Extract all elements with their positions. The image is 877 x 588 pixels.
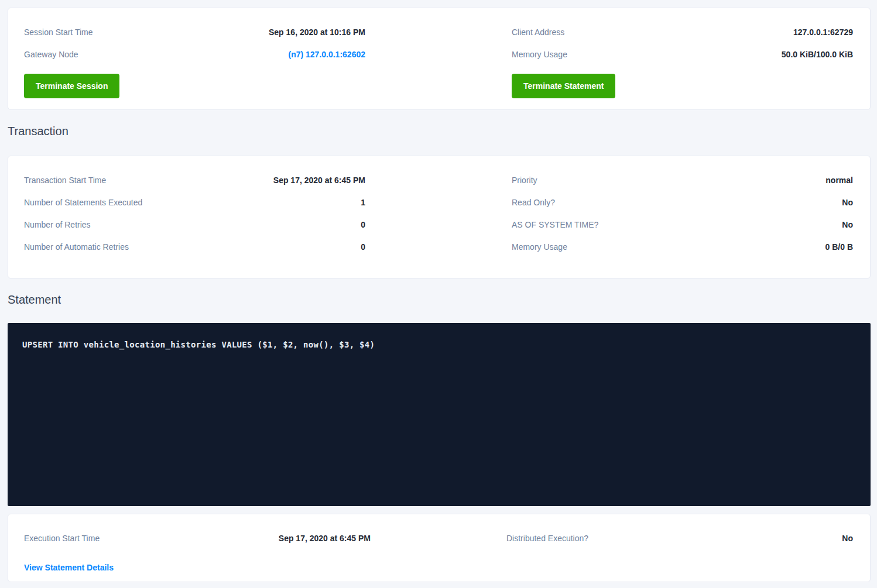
- client-address-label: Client Address: [512, 26, 564, 39]
- session-start-time-value: Sep 16, 2020 at 10:16 PM: [269, 26, 365, 39]
- summary-row: Priority normal: [512, 174, 853, 187]
- session-details-page: Session Start Time Sep 16, 2020 at 10:16…: [0, 0, 877, 582]
- transaction-summary-card: Transaction Start Time Sep 17, 2020 at 6…: [8, 156, 871, 278]
- statements-executed-value: 1: [361, 196, 365, 209]
- transaction-section-heading: Transaction: [8, 124, 871, 138]
- session-start-time-label: Session Start Time: [24, 26, 93, 39]
- terminate-statement-button[interactable]: Terminate Statement: [512, 74, 615, 98]
- distributed-execution-label: Distributed Execution?: [506, 532, 588, 545]
- sql-statement-text: UPSERT INTO vehicle_location_histories V…: [22, 340, 375, 349]
- execution-summary-card: Execution Start Time Sep 17, 2020 at 6:4…: [8, 514, 871, 582]
- retries-label: Number of Retries: [24, 218, 91, 231]
- retries-value: 0: [361, 218, 365, 231]
- transaction-memory-usage-label: Memory Usage: [512, 240, 567, 253]
- execution-start-time-label: Execution Start Time: [24, 532, 100, 545]
- transaction-card-left-column: Transaction Start Time Sep 17, 2020 at 6…: [24, 174, 365, 278]
- transaction-start-time-label: Transaction Start Time: [24, 174, 106, 187]
- session-summary-card: Session Start Time Sep 16, 2020 at 10:16…: [8, 8, 871, 110]
- priority-label: Priority: [512, 174, 537, 187]
- summary-row: Gateway Node (n7) 127.0.0.1:62602: [24, 48, 365, 61]
- summary-row: Execution Start Time Sep 17, 2020 at 6:4…: [24, 532, 371, 545]
- read-only-label: Read Only?: [512, 196, 555, 209]
- summary-row: Session Start Time Sep 16, 2020 at 10:16…: [24, 26, 365, 39]
- gateway-node-link[interactable]: (n7) 127.0.0.1:62602: [288, 48, 365, 61]
- sql-statement-box: UPSERT INTO vehicle_location_histories V…: [8, 323, 871, 506]
- automatic-retries-label: Number of Automatic Retries: [24, 240, 129, 253]
- summary-row: Transaction Start Time Sep 17, 2020 at 6…: [24, 174, 365, 187]
- summary-row: Number of Retries 0: [24, 218, 365, 231]
- session-memory-usage-label: Memory Usage: [512, 48, 567, 61]
- as-of-system-time-value: No: [842, 218, 853, 231]
- statements-executed-label: Number of Statements Executed: [24, 196, 142, 209]
- execution-start-time-value: Sep 17, 2020 at 6:45 PM: [279, 532, 371, 545]
- summary-row: Number of Automatic Retries 0: [24, 240, 365, 253]
- summary-row: Read Only? No: [512, 196, 853, 209]
- execution-card-right-column: Distributed Execution? No: [506, 532, 853, 582]
- session-card-right-column: Client Address 127.0.0.1:62729 Memory Us…: [512, 26, 853, 109]
- execution-card-left-column: Execution Start Time Sep 17, 2020 at 6:4…: [24, 532, 371, 582]
- priority-value: normal: [825, 174, 853, 187]
- session-card-left-column: Session Start Time Sep 16, 2020 at 10:16…: [24, 26, 365, 109]
- session-memory-usage-value: 50.0 KiB/100.0 KiB: [782, 48, 853, 61]
- gateway-node-label: Gateway Node: [24, 48, 78, 61]
- distributed-execution-value: No: [842, 532, 853, 545]
- summary-row: Memory Usage 0 B/0 B: [512, 240, 853, 253]
- transaction-start-time-value: Sep 17, 2020 at 6:45 PM: [273, 174, 365, 187]
- terminate-session-button[interactable]: Terminate Session: [24, 74, 119, 98]
- view-statement-details-link[interactable]: View Statement Details: [24, 562, 114, 573]
- client-address-value: 127.0.0.1:62729: [793, 26, 853, 39]
- transaction-card-right-column: Priority normal Read Only? No AS OF SYST…: [512, 174, 853, 278]
- summary-row: Number of Statements Executed 1: [24, 196, 365, 209]
- read-only-value: No: [842, 196, 853, 209]
- as-of-system-time-label: AS OF SYSTEM TIME?: [512, 218, 598, 231]
- automatic-retries-value: 0: [361, 240, 365, 253]
- summary-row: Memory Usage 50.0 KiB/100.0 KiB: [512, 48, 853, 61]
- statement-section-heading: Statement: [8, 293, 871, 307]
- transaction-memory-usage-value: 0 B/0 B: [825, 240, 853, 253]
- summary-row: Client Address 127.0.0.1:62729: [512, 26, 853, 39]
- summary-row: Distributed Execution? No: [506, 532, 853, 545]
- summary-row: AS OF SYSTEM TIME? No: [512, 218, 853, 231]
